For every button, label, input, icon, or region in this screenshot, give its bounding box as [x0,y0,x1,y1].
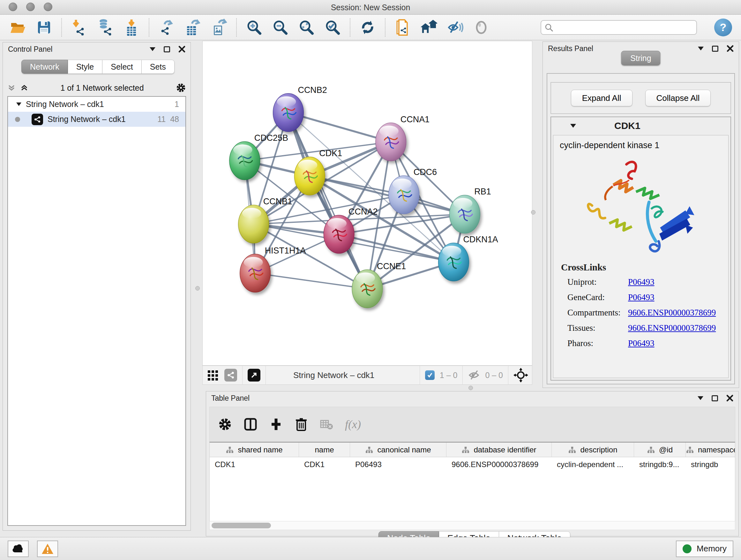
collapse-all-button[interactable]: Collapse All [645,90,711,106]
column-header-description[interactable]: description [552,442,634,457]
warnings-button[interactable] [37,541,58,557]
crosslink-link[interactable]: 9606.ENSP00000378699 [628,323,716,333]
network-row[interactable]: String Network – cdk1 11 48 [8,112,185,127]
cloud-status-button[interactable] [8,541,29,557]
import-network-database-button[interactable] [96,18,114,37]
network-view-title: String Network – cdk1 [293,370,374,380]
close-panel-icon[interactable] [727,45,734,52]
network-node-HIST1H1A[interactable]: HIST1H1A [240,246,306,293]
panel-menu-icon[interactable] [697,396,703,400]
gene-section: CDK1 cyclin-dependent kinase 1 [550,117,731,381]
export-image-button[interactable] [210,18,228,37]
import-network-file-button[interactable] [70,18,88,37]
splitter-grip[interactable] [195,286,200,291]
search-input[interactable] [541,20,697,35]
network-graph: CCNB2CCNA1CDC25BCDK1CDC6RB1CCNB1CCNA2CDK… [203,41,532,365]
gene-section-header[interactable]: CDK1 [551,117,731,134]
network-node-CDC6[interactable]: CDC6 [389,167,437,214]
share-icon [33,116,41,123]
section-expander-icon[interactable] [570,124,576,128]
tab-style[interactable]: Style [68,60,103,74]
column-header-canonical-name[interactable]: canonical name [350,442,447,457]
network-node-RB1[interactable]: RB1 [449,187,491,233]
table-cell[interactable]: stringdb:9... [634,457,686,472]
string-home-button[interactable] [420,18,438,37]
network-node-CDKN1A[interactable]: CDKN1A [439,235,498,281]
expand-all-button[interactable]: Expand All [571,90,632,106]
save-session-button[interactable] [35,18,53,37]
tab-network[interactable]: Network [21,60,68,74]
expand-all-icon[interactable] [20,84,28,92]
control-panel-header: Control Panel [3,43,191,56]
tab-sets[interactable]: Sets [142,60,175,74]
network-view-chip[interactable] [224,369,237,381]
float-panel-icon[interactable] [712,395,718,401]
table-cell[interactable]: CDK1 [210,457,299,472]
hidden-eye-icon[interactable] [468,370,480,381]
network-node-CCNE1[interactable]: CCNE1 [352,261,406,308]
table-row[interactable]: CDK1CDK1P064939606.ENSP00000378699cyclin… [210,457,735,472]
crosslink-link[interactable]: P06493 [628,293,655,302]
birdseye-navigator-icon[interactable] [514,368,528,382]
close-panel-icon[interactable] [726,395,733,401]
selected-checkbox[interactable] [425,370,434,380]
column-header-label: shared name [238,445,282,454]
show-columns-icon[interactable] [244,417,258,431]
network-collection-row[interactable]: String Network – cdk1 1 [8,97,185,112]
open-session-button[interactable] [9,18,27,37]
column-header-label: canonical name [377,445,431,454]
show-glass-button[interactable] [472,18,490,37]
scrollbar-thumb[interactable] [212,523,271,528]
crosslink-link[interactable]: P06493 [628,338,655,348]
hide-glass-button[interactable] [446,18,464,37]
network-node-CCNA1[interactable]: CCNA1 [376,115,429,161]
table-cell[interactable]: stringdb [686,457,735,472]
tab-select[interactable]: Select [103,60,141,74]
add-column-icon[interactable] [269,417,283,431]
open-string-document-button[interactable] [394,18,412,37]
splitter-grip[interactable] [468,386,473,390]
status-bar: Memory [0,537,741,560]
column-header--id[interactable]: @id [634,442,686,457]
table-cell[interactable]: 9606.ENSP00000378699 [447,457,552,472]
detach-view-button[interactable] [248,369,260,381]
float-panel-icon[interactable] [712,46,718,52]
table-cell[interactable]: P06493 [350,457,447,472]
collapse-all-icon[interactable] [7,84,16,92]
gear-icon[interactable] [176,83,186,93]
grid-view-icon[interactable] [206,369,219,381]
panel-menu-icon[interactable] [698,47,704,51]
table-cell[interactable]: cyclin-dependent ... [552,457,634,472]
column-header-namespace[interactable]: namespace [686,442,735,457]
zoom-fit-button[interactable] [297,18,315,37]
panel-menu-icon[interactable] [150,47,155,51]
table-horizontal-scrollbar[interactable] [209,521,735,530]
export-table-button[interactable] [184,18,202,37]
memory-button[interactable]: Memory [676,541,733,557]
network-node-CCNB2[interactable]: CCNB2 [273,85,327,132]
crosslink-link[interactable]: P06493 [628,277,655,287]
splitter-grip[interactable] [531,210,536,214]
zoom-out-button[interactable] [271,18,289,37]
help-button[interactable]: ? [714,18,732,37]
gear-icon[interactable] [218,417,232,431]
crosslink-link[interactable]: 9606.ENSP00000378699 [628,308,716,318]
zoom-selected-button[interactable] [324,18,341,37]
column-header-database-identifier[interactable]: database identifier [447,442,552,457]
network-edge[interactable] [255,273,367,289]
close-panel-icon[interactable] [179,46,185,53]
table-cell[interactable]: CDK1 [299,457,350,472]
import-table-file-button[interactable] [123,18,140,37]
column-header-name[interactable]: name [299,442,350,457]
tab-string[interactable]: String [621,51,660,65]
zoom-in-button[interactable] [245,18,263,37]
network-canvas[interactable]: CCNB2CCNA1CDC25BCDK1CDC6RB1CCNB1CCNA2CDK… [202,41,532,366]
network-node-count: 11 [157,115,165,124]
collection-expander-icon[interactable] [16,103,21,106]
delete-column-icon[interactable] [294,417,308,432]
float-panel-icon[interactable] [164,46,170,52]
export-network-button[interactable] [158,18,176,37]
column-header-shared-name[interactable]: shared name [210,442,299,457]
refresh-button[interactable] [359,18,377,37]
network-edge[interactable] [288,113,391,142]
